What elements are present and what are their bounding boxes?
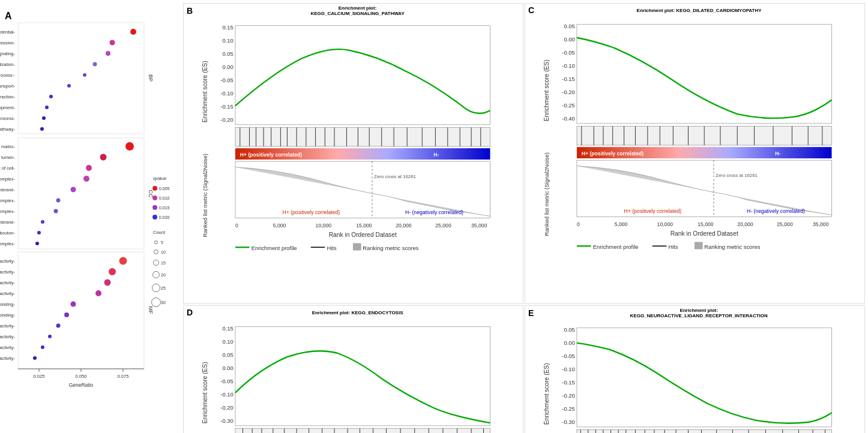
bp-term-7: positive regulation of heart contraction… [0,94,15,100]
svg-text:35,000: 35,000 [813,221,829,227]
svg-text:0.05: 0.05 [564,23,574,29]
cc-term-6: transmembrane transporter complex- [0,198,15,203]
count-legend-dot-4 [153,272,160,278]
svg-text:-0.05: -0.05 [220,77,233,83]
svg-text:25,000: 25,000 [435,222,451,228]
cc-dot-10 [35,242,39,245]
mf-term-3: substrate-specific channel activity- [0,280,15,285]
svg-text:H+ (positively correlated): H+ (positively correlated) [582,151,643,157]
svg-text:H+ (positively correlated): H+ (positively correlated) [240,152,302,158]
gsea-d-svg: Enrichment score (ES) 0.15 0.10 0.05 0.0… [184,317,523,433]
x-axis-label: GeneRatio [69,382,94,388]
gsea-e-svg: Enrichment score (ES) 0.05 0.00 -0.05 -0… [525,318,864,433]
mf-term-7: neurotransmitter receptor activity- [0,323,15,329]
svg-text:Enrichment score (ES): Enrichment score (ES) [202,362,208,424]
count-legend-label-5: 25 [161,286,166,290]
svg-text:Zero cross at 16261: Zero cross at 16261 [716,173,758,178]
gsea-b-svg: Enrichment score (ES) 0.15 0.10 0.05 0.0… [184,16,523,280]
svg-text:Enrichment score (ES): Enrichment score (ES) [543,59,550,121]
count-legend-label-6: 30 [161,300,166,305]
cc-dot-7 [54,209,58,214]
gsea-d-title: Enrichment plot: KEGG_ENDOCYTOSIS [195,310,520,315]
x-tick-2: 0.050 [76,374,87,379]
mf-dot-9 [41,345,44,349]
svg-text:Hits: Hits [327,245,337,251]
mf-term-5: carboxylic acid binding- [0,302,15,307]
cc-dot-2 [100,154,107,161]
svg-text:Enrichment score (ES): Enrichment score (ES) [543,363,550,425]
mf-term-2: ion channel activity- [0,269,15,275]
svg-text:-0.05: -0.05 [562,353,574,359]
svg-text:0: 0 [235,222,238,228]
svg-rect-65 [577,25,832,124]
svg-text:Rank in Ordered Dataset: Rank in Ordered Dataset [671,230,738,237]
bp-term-8: female genitalia development- [0,105,15,110]
svg-text:-0.15: -0.15 [562,379,574,386]
bp-label: BP [148,74,154,82]
count-legend-label-2: 10 [161,250,166,254]
svg-text:-0.15: -0.15 [220,103,233,110]
svg-text:0.05: 0.05 [222,50,233,57]
svg-text:H- (negatively correlated): H- (negatively correlated) [405,209,463,215]
svg-text:5,000: 5,000 [615,221,628,227]
cc-dot-9 [37,231,41,234]
svg-text:20,000: 20,000 [396,222,412,228]
gsea-plot-c: C Enrichment plot: KEGG_DILATED_CARDIOMY… [525,3,865,304]
qvalue-legend-label-1: 0.005 [159,187,170,191]
mf-dot-10 [33,356,37,360]
svg-text:Rank in Ordered Dataset: Rank in Ordered Dataset [329,231,397,238]
count-legend-dot-1 [155,241,158,244]
svg-text:-0.20: -0.20 [562,89,574,95]
svg-text:-0.30: -0.30 [220,418,233,425]
qvalue-legend-label-2: 0.010 [159,196,170,200]
svg-text:0.10: 0.10 [222,338,233,345]
qvalue-legend-dot-1 [152,186,157,191]
svg-text:0.15: 0.15 [222,24,233,31]
svg-text:10,000: 10,000 [316,222,332,228]
svg-text:H+ (positively correlated): H+ (positively correlated) [283,209,340,215]
svg-text:-0.25: -0.25 [562,102,574,109]
svg-text:Ranked list metric (Signal2Noi: Ranked list metric (Signal2Noise) [202,154,208,237]
mf-dot-1 [119,257,127,265]
svg-text:Ranked list metric (Signal2Noi: Ranked list metric (Signal2Noise) [543,152,550,236]
count-legend-dot-2 [154,250,158,254]
svg-text:-0.20: -0.20 [220,405,233,411]
cc-dot-8 [41,220,44,224]
mf-term-9: extracellular ligand-gated ion channel a… [0,345,15,350]
svg-text:15,000: 15,000 [698,221,714,227]
svg-text:20,000: 20,000 [737,221,753,227]
svg-text:0.00: 0.00 [222,64,233,70]
svg-text:-0.20: -0.20 [562,392,574,399]
gsea-e-title: Enrichment plot:KEGG_NEUROACTIVE_LIGAND_… [536,308,861,318]
panel-b-label: B [187,6,193,16]
x-tick-1: 0.025 [34,374,45,379]
mf-dot-2 [109,268,116,275]
svg-text:Enrichment profile: Enrichment profile [252,245,297,251]
bp-term-2: modulation of chemical synaptic transmis… [0,40,15,46]
svg-rect-126 [235,429,490,433]
gsea-plot-e: E Enrichment plot:KEGG_NEUROACTIVE_LIGAN… [525,305,865,433]
svg-text:0.15: 0.15 [222,325,233,332]
bp-dot-9 [42,116,46,120]
mf-term-8: monooxygenase activity- [0,334,15,339]
cc-dot-1 [125,142,134,151]
panel-a-label: A [5,11,12,21]
bp-term-10: ionotropic glutamate receptor signaling … [0,127,16,132]
svg-rect-117 [235,327,490,426]
gsea-c-title: Enrichment plot: KEGG_DILATED_CARDIOMYOP… [537,8,861,13]
mf-dot-5 [71,302,76,307]
bp-dot-8 [45,106,49,109]
cc-term-10: ionotropic glutamate receptor complex- [0,241,15,246]
svg-text:0.10: 0.10 [222,37,233,44]
count-legend-dot-5 [152,284,160,292]
qvalue-legend-dot-4 [152,215,157,219]
mf-term-4: gated channel activity- [0,291,15,296]
svg-text:Enrichment score (ES): Enrichment score (ES) [202,61,208,122]
gsea-c-svg: Enrichment score (ES) 0.05 0.00 -0.05 -0… [525,15,864,279]
svg-text:10,000: 10,000 [657,221,674,227]
qvalue-legend-title: qvalue [153,176,166,181]
x-tick-3: 0.075 [118,374,129,379]
qvalue-legend-label-4: 0.020 [159,215,170,219]
bp-dot-10 [40,127,44,131]
cc-dot-6 [56,199,61,203]
